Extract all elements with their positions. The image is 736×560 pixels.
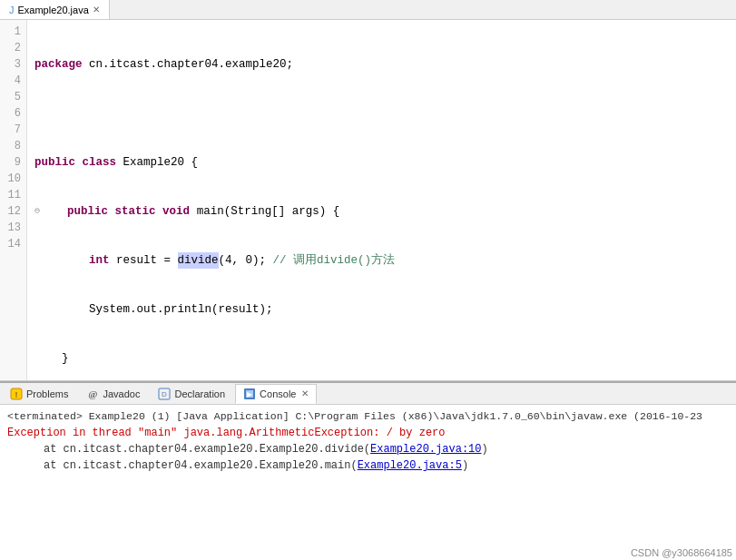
watermark: CSDN @y3068664185 <box>631 547 732 558</box>
tab-javadoc-label: Javadoc <box>103 388 140 399</box>
code-line-6: System.out.println(result); <box>34 301 729 318</box>
code-line-3: public class Example20 { <box>34 154 729 171</box>
editor-tab[interactable]: J Example20.java ✕ <box>0 0 110 19</box>
tab-close-icon[interactable]: ✕ <box>93 5 100 15</box>
code-line-7: } <box>34 350 729 367</box>
tab-console-label: Console <box>260 388 296 399</box>
tab-problems[interactable]: ! Problems <box>2 384 76 404</box>
at-line-2: at cn.itcast.chapter04.example20.Example… <box>7 457 729 474</box>
exception-line: Exception in thread "main" java.lang.Ari… <box>7 425 729 441</box>
bottom-panel: ! Problems @ Javadoc D Declaration <box>0 381 736 560</box>
code-line-5: int result = divide(4, 0); // 调用divide()… <box>34 252 729 269</box>
console-output: <terminated> Example20 (1) [Java Applica… <box>0 405 736 477</box>
code-line-2 <box>34 105 729 122</box>
terminated-line: <terminated> Example20 (1) [Java Applica… <box>7 408 729 425</box>
javadoc-icon: @ <box>86 388 99 400</box>
tab-console[interactable]: ▶ Console ✕ <box>235 384 317 404</box>
exception-link-2[interactable]: Example20.java:5 <box>358 459 462 472</box>
tab-declaration[interactable]: D Declaration <box>150 384 233 404</box>
line-numbers: 1 2 3 4 5 6 7 8 9 10 11 12 13 14 <box>0 20 27 381</box>
exception-link-1[interactable]: Example20.java:10 <box>370 443 481 456</box>
svg-text:D: D <box>162 390 168 398</box>
problems-icon: ! <box>10 388 23 400</box>
svg-text:!: ! <box>15 390 18 399</box>
svg-text:▶: ▶ <box>247 390 253 398</box>
declaration-icon: D <box>158 388 171 400</box>
bottom-tab-bar: ! Problems @ Javadoc D Declaration <box>0 383 736 405</box>
tab-problems-label: Problems <box>26 388 68 399</box>
editor-tab-bar: J Example20.java ✕ <box>0 0 736 20</box>
code-line-4: ⊖ public static void main(String[] args)… <box>34 203 729 220</box>
at-line-1: at cn.itcast.chapter04.example20.Example… <box>7 441 729 457</box>
code-container: 1 2 3 4 5 6 7 8 9 10 11 12 13 14 package… <box>0 20 736 381</box>
tab-label: Example20.java <box>18 5 89 15</box>
editor-area: J Example20.java ✕ 1 2 3 4 5 6 7 8 9 10 … <box>0 0 736 381</box>
console-tab-close[interactable]: ✕ <box>301 388 309 398</box>
file-icon: J <box>9 5 15 15</box>
code-content[interactable]: package cn.itcast.chapter04.example20; p… <box>27 20 736 381</box>
console-icon: ▶ <box>243 388 256 400</box>
tab-javadoc[interactable]: @ Javadoc <box>78 384 148 404</box>
code-line-1: package cn.itcast.chapter04.example20; <box>34 56 729 73</box>
tab-declaration-label: Declaration <box>174 388 225 399</box>
